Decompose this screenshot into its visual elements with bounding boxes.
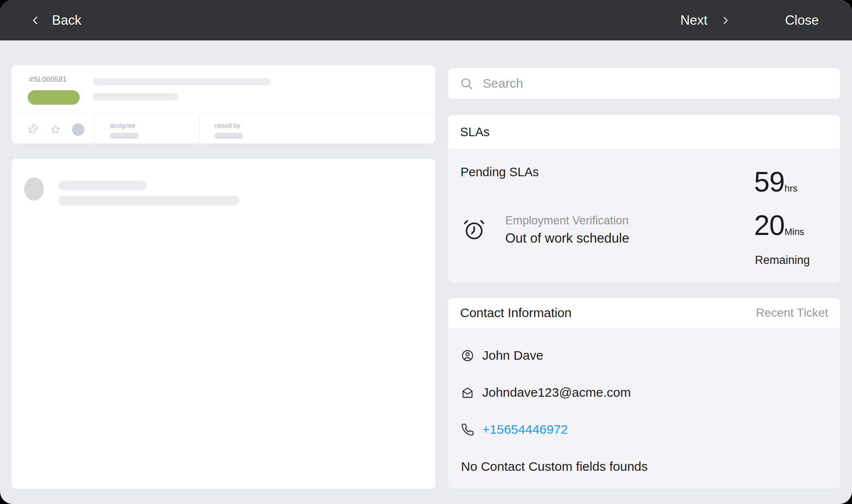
chevron-right-icon xyxy=(720,15,731,26)
contact-title: Contact Information xyxy=(460,306,572,320)
star-icon xyxy=(49,123,61,135)
right-column: SLAs Pending SLAs 59 hrs xyxy=(448,65,840,489)
hours-unit: hrs xyxy=(784,183,797,194)
back-button[interactable]: Back xyxy=(30,13,81,28)
search-input[interactable] xyxy=(483,76,828,91)
skeleton-line xyxy=(58,196,239,206)
contact-phone-row: +15654446972 xyxy=(461,422,568,437)
screen: Back Next Close #SL000581 xyxy=(0,0,852,504)
remaining-label: Remaining xyxy=(755,254,810,267)
raised-by-cell: raised by xyxy=(199,115,435,143)
minutes-metric: 20 Mins xyxy=(754,211,804,239)
minutes-unit: Mins xyxy=(784,226,804,238)
topbar: Back Next Close xyxy=(0,0,852,40)
slas-body: Pending SLAs 59 hrs xyxy=(448,149,840,283)
hours-metric: 59 hrs xyxy=(754,168,797,196)
contact-body: John Dave Johndave123@acme.com xyxy=(448,328,840,489)
skeleton-line xyxy=(93,78,271,86)
ticket-actions xyxy=(12,115,95,143)
raised-by-label: raised by xyxy=(214,122,435,129)
raised-by-skeleton xyxy=(214,133,243,139)
hours-value: 59 xyxy=(754,168,784,196)
alarm-clock-icon xyxy=(462,217,486,242)
contact-name: John Dave xyxy=(482,348,543,363)
slas-title: SLAs xyxy=(460,125,489,139)
back-label: Back xyxy=(52,13,81,28)
close-label: Close xyxy=(785,13,819,28)
contact-email-row: Johndave123@acme.com xyxy=(461,385,631,400)
no-custom-fields-row: No Contact Custom fields founds xyxy=(461,459,648,474)
skeleton-line xyxy=(58,180,147,190)
sla-status: Out of work schedule xyxy=(505,231,629,246)
close-button[interactable]: Close xyxy=(785,13,819,28)
minutes-value: 20 xyxy=(754,211,784,239)
ticket-summary-card: #SL000581 xyxy=(12,65,435,143)
chevron-left-icon xyxy=(30,15,41,26)
assignee-cell: assignee xyxy=(95,115,199,143)
search-box xyxy=(448,68,840,99)
envelope-icon xyxy=(461,386,474,399)
star-button[interactable] xyxy=(49,123,61,135)
status-pill[interactable] xyxy=(28,90,80,105)
slas-header: SLAs xyxy=(448,115,840,149)
sla-name: Employment Verification xyxy=(505,214,629,227)
thread-card xyxy=(12,159,435,489)
avatar-skeleton xyxy=(24,178,44,200)
next-button[interactable]: Next xyxy=(680,13,731,28)
no-custom-fields-text: No Contact Custom fields founds xyxy=(461,459,648,474)
phone-icon xyxy=(461,423,474,436)
contact-phone-link[interactable]: +15654446972 xyxy=(482,422,568,437)
pin-button[interactable] xyxy=(27,123,39,135)
next-label: Next xyxy=(680,13,708,28)
contact-header: Contact Information Recent Ticket xyxy=(448,298,840,328)
slas-card: SLAs Pending SLAs 59 hrs xyxy=(448,115,840,283)
ticket-detail-dialog: Back Next Close #SL000581 xyxy=(0,0,852,504)
pushpin-icon xyxy=(27,123,39,135)
ticket-meta-row: assignee raised by xyxy=(12,115,435,143)
ticket-id: #SL000581 xyxy=(29,75,67,84)
search-icon xyxy=(460,77,473,90)
pending-slas-label: Pending SLAs xyxy=(461,165,539,179)
user-circle-icon xyxy=(461,349,474,362)
assignee-label: assignee xyxy=(110,122,199,129)
left-column: #SL000581 xyxy=(12,65,435,489)
contact-name-row: John Dave xyxy=(461,348,543,363)
content: #SL000581 xyxy=(0,40,852,504)
skeleton-line xyxy=(93,93,178,100)
contact-card: Contact Information Recent Ticket Jo xyxy=(448,298,840,489)
recent-ticket-link[interactable]: Recent Ticket xyxy=(756,306,828,320)
presence-dot-icon xyxy=(72,123,84,136)
assignee-skeleton xyxy=(110,133,139,139)
contact-email: Johndave123@acme.com xyxy=(482,385,631,400)
